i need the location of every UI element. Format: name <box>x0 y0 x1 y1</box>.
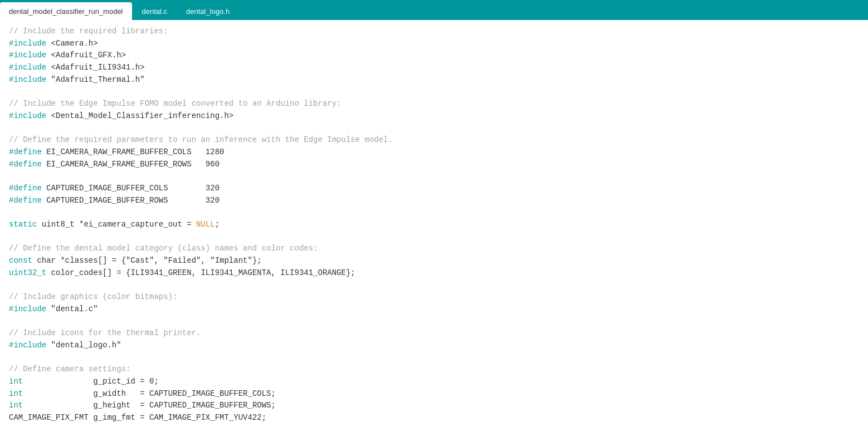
code-token: "Adafruit_Thermal.h" <box>46 75 144 84</box>
code-line: #include <Camera.h> <box>9 38 859 50</box>
code-token: static <box>9 220 37 229</box>
code-line: // Include icons for the thermal printer… <box>9 327 859 340</box>
code-line: // Include graphics (color bitmaps): <box>9 291 859 303</box>
code-token: EI_CAMERA_RAW_FRAME_BUFFER_ROWS 960 <box>42 160 220 169</box>
code-token: #include <box>9 51 46 60</box>
tab-bar: dental_model_classifier_run_model dental… <box>0 0 868 20</box>
code-line: int g_width = CAPTURED_IMAGE_BUFFER_COLS… <box>9 388 859 400</box>
code-token: char *classes[] = {"Cast", "Failed", "Im… <box>32 256 262 265</box>
code-token: g_height = CAPTURED_IMAGE_BUFFER_ROWS; <box>23 401 276 410</box>
code-token: int <box>9 401 23 410</box>
code-token: #include <box>9 63 46 72</box>
code-token: int <box>9 389 23 398</box>
code-token: #include <box>9 75 46 84</box>
code-line: // Define the required parameters to run… <box>9 134 859 146</box>
code-line: uint32_t color_codes[] = {ILI9341_GREEN,… <box>9 267 859 279</box>
code-line <box>9 316 859 328</box>
code-token: // Define camera settings: <box>9 365 130 374</box>
code-token: #define <box>9 196 42 205</box>
code-line: CAM_IMAGE_PIX_FMT g_img_fmt = CAM_IMAGE_… <box>9 412 859 424</box>
code-line: #include <Adafruit_ILI9341.h> <box>9 62 859 74</box>
code-token: uint8_t *ei_camera_capture_out = <box>37 220 196 229</box>
code-token: CAM_IMAGE_PIX_FMT g_img_fmt = CAM_IMAGE_… <box>9 413 266 422</box>
code-line <box>9 86 859 98</box>
code-token: g_pict_id = 0; <box>23 377 159 386</box>
code-line: const char *classes[] = {"Cast", "Failed… <box>9 255 859 267</box>
code-line: #define EI_CAMERA_RAW_FRAME_BUFFER_ROWS … <box>9 159 859 171</box>
code-line <box>9 231 859 243</box>
code-token: // Define the dental model category (cla… <box>9 244 318 253</box>
code-line: #include "dental.c" <box>9 303 859 316</box>
code-line: #define CAPTURED_IMAGE_BUFFER_ROWS 320 <box>9 195 859 207</box>
code-token: CAPTURED_IMAGE_BUFFER_ROWS 320 <box>42 196 220 205</box>
code-line <box>9 352 859 364</box>
code-line: // Include the Edge Impulse FOMO model c… <box>9 98 859 110</box>
tab-dental-logo-h[interactable]: dental_logo.h <box>177 2 238 20</box>
code-token: <Camera.h> <box>46 39 97 48</box>
tab-main[interactable]: dental_model_classifier_run_model <box>0 2 132 20</box>
code-token: #include <box>9 39 46 48</box>
code-token: "dental_logo.h" <box>46 341 121 350</box>
code-token: // Include the Edge Impulse FOMO model c… <box>9 99 342 108</box>
code-token: <Adafruit_GFX.h> <box>46 51 126 60</box>
code-line <box>9 122 859 135</box>
tab-dental-c[interactable]: dental.c <box>133 2 177 20</box>
code-token: g_width = CAPTURED_IMAGE_BUFFER_COLS; <box>23 389 276 398</box>
code-line: // Define camera settings: <box>9 364 859 376</box>
code-token: color_codes[] = {ILI9341_GREEN, ILI9341_… <box>46 268 355 277</box>
code-line: // Include the required libraries: <box>9 26 859 38</box>
code-line: static uint8_t *ei_camera_capture_out = … <box>9 219 859 231</box>
code-line <box>9 170 859 183</box>
code-token: EI_CAMERA_RAW_FRAME_BUFFER_COLS 1280 <box>42 148 225 156</box>
code-line: #define EI_CAMERA_RAW_FRAME_BUFFER_COLS … <box>9 146 859 159</box>
code-line <box>9 279 859 291</box>
code-token: #include <box>9 111 46 120</box>
code-area: // Include the required libraries:#inclu… <box>0 20 868 437</box>
code-token: #define <box>9 160 42 169</box>
code-token: #define <box>9 184 42 193</box>
code-token: "dental.c" <box>46 305 97 313</box>
code-token: <Adafruit_ILI9341.h> <box>46 63 144 72</box>
code-token: const <box>9 256 32 265</box>
code-line: int g_pict_id = 0; <box>9 376 859 388</box>
code-token: // Define the required parameters to run… <box>9 135 393 144</box>
code-token: int <box>9 377 23 386</box>
code-token: CAPTURED_IMAGE_BUFFER_COLS 320 <box>42 184 220 193</box>
code-token: NULL <box>196 220 215 229</box>
code-token: // Include the required libraries: <box>9 27 168 36</box>
code-line: #define CAPTURED_IMAGE_BUFFER_COLS 320 <box>9 183 859 195</box>
code-token: #include <box>9 305 46 313</box>
code-token: uint32_t <box>9 268 46 277</box>
code-line: #include "dental_logo.h" <box>9 340 859 352</box>
code-line: #include "Adafruit_Thermal.h" <box>9 74 859 86</box>
code-token: <Dental_Model_Classifier_inferencing.h> <box>46 111 233 120</box>
code-line: #include <Dental_Model_Classifier_infere… <box>9 110 859 122</box>
code-token: // Include icons for the thermal printer… <box>9 328 201 337</box>
code-token: #define <box>9 148 42 156</box>
code-line: #include <Adafruit_GFX.h> <box>9 50 859 62</box>
code-token: ; <box>215 220 220 229</box>
code-line <box>9 207 859 219</box>
code-token: // Include graphics (color bitmaps): <box>9 292 177 301</box>
code-token: #include <box>9 341 46 350</box>
code-line: // Define the dental model category (cla… <box>9 243 859 255</box>
code-line: int g_height = CAPTURED_IMAGE_BUFFER_ROW… <box>9 400 859 412</box>
